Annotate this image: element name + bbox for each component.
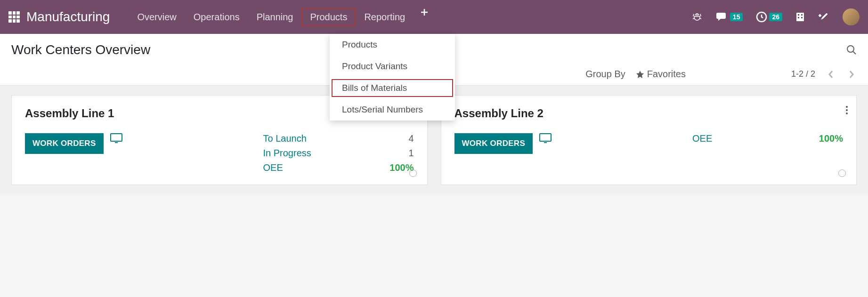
dropdown-bills-of-materials[interactable]: Bills of Materials xyxy=(330,77,455,99)
nav-planning[interactable]: Planning xyxy=(248,8,302,26)
user-avatar[interactable] xyxy=(843,8,860,25)
dropdown-lots-serial[interactable]: Lots/Serial Numbers xyxy=(330,99,455,120)
svg-rect-8 xyxy=(115,142,118,143)
stat-value: 4 xyxy=(408,133,414,144)
svg-rect-1 xyxy=(796,13,804,21)
tools-icon[interactable] xyxy=(818,11,829,23)
work-orders-button[interactable]: WORK ORDERS xyxy=(454,133,533,154)
activities-icon[interactable]: 26 xyxy=(756,11,782,23)
apps-icon[interactable] xyxy=(8,11,20,23)
stat-label[interactable]: To Launch xyxy=(263,133,307,144)
company-icon[interactable] xyxy=(795,12,805,22)
card-title: Assembly Line 2 xyxy=(454,107,844,120)
svg-rect-4 xyxy=(798,17,799,18)
discuss-icon[interactable]: 15 xyxy=(716,12,743,22)
dropdown-products[interactable]: Products xyxy=(330,34,455,56)
page-title: Work Centers Overview xyxy=(11,42,150,57)
stat-label[interactable]: OEE xyxy=(263,162,283,173)
svg-rect-7 xyxy=(111,134,122,141)
svg-point-6 xyxy=(847,46,854,52)
tablet-icon[interactable] xyxy=(110,133,122,144)
bug-icon[interactable] xyxy=(691,11,703,23)
pager-next[interactable] xyxy=(846,70,857,79)
group-by-label: Group By xyxy=(585,69,625,80)
status-dot[interactable] xyxy=(838,169,846,177)
work-orders-button[interactable]: WORK ORDERS xyxy=(25,133,104,154)
stat-label[interactable]: In Progress xyxy=(263,148,311,159)
nav-products[interactable]: Products xyxy=(301,8,356,26)
card-menu-icon[interactable] xyxy=(846,106,848,114)
search-icon[interactable] xyxy=(846,45,857,55)
main-nav: Overview Operations Planning Products Re… xyxy=(129,8,429,26)
status-dot[interactable] xyxy=(409,169,417,177)
svg-rect-3 xyxy=(801,14,803,16)
products-dropdown: Products Product Variants Bills of Mater… xyxy=(330,34,455,120)
app-brand[interactable]: Manufacturing xyxy=(26,9,110,24)
plus-icon[interactable] xyxy=(420,8,429,26)
nav-overview[interactable]: Overview xyxy=(129,8,185,26)
favorites[interactable]: Favorites xyxy=(636,69,686,80)
favorites-label: Favorites xyxy=(647,69,686,80)
svg-rect-9 xyxy=(540,134,551,141)
nav-operations[interactable]: Operations xyxy=(185,8,248,26)
dropdown-product-variants[interactable]: Product Variants xyxy=(330,56,455,77)
pager-text: 1-2 / 2 xyxy=(791,69,815,79)
nav-reporting[interactable]: Reporting xyxy=(356,8,414,26)
pager-prev[interactable] xyxy=(826,70,836,79)
tablet-icon[interactable] xyxy=(539,133,552,144)
discuss-badge: 15 xyxy=(730,13,743,21)
main-header: Manufacturing Overview Operations Planni… xyxy=(0,0,868,34)
svg-rect-10 xyxy=(544,142,547,143)
stat-value: 100% xyxy=(819,133,843,144)
activities-badge: 26 xyxy=(769,13,782,21)
header-right: 15 26 xyxy=(691,8,860,25)
stat-value: 1 xyxy=(408,148,414,159)
stat-label[interactable]: OEE xyxy=(692,133,712,144)
workcenter-card: Assembly Line 2 WORK ORDERS OEE100% xyxy=(441,95,857,185)
svg-rect-5 xyxy=(801,17,803,18)
group-by[interactable]: Group By xyxy=(585,69,625,80)
svg-rect-2 xyxy=(798,14,799,16)
